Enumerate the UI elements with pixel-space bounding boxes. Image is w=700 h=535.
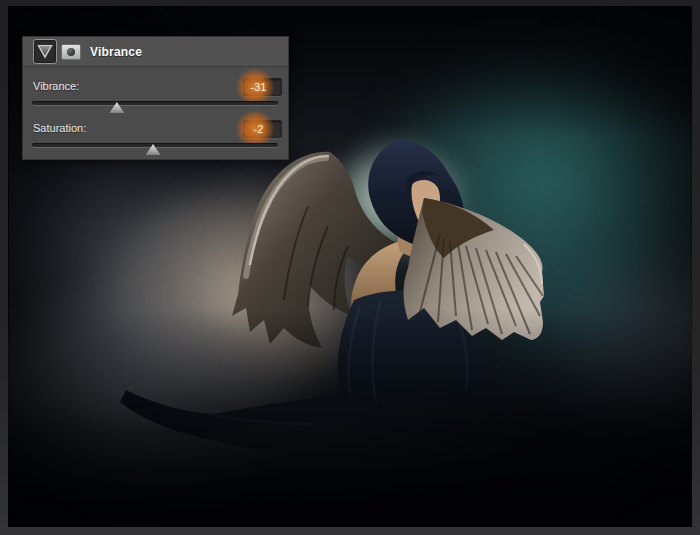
adjustment-layer-button[interactable] — [61, 44, 81, 60]
saturation-label: Saturation: — [33, 122, 86, 134]
vibrance-panel: Vibrance Vibrance: -31 Saturation: -2 — [22, 36, 289, 160]
vibrance-slider-thumb[interactable] — [109, 102, 124, 113]
panel-title: Vibrance — [90, 45, 142, 59]
vibrance-slider-track[interactable] — [32, 101, 278, 105]
triangle-down-icon — [37, 45, 53, 59]
saturation-slider-track[interactable] — [32, 143, 278, 147]
saturation-slider-thumb[interactable] — [146, 144, 161, 155]
vibrance-value-box[interactable]: -31 — [243, 78, 282, 96]
vibrance-label: Vibrance: — [33, 80, 79, 92]
panel-header: Vibrance — [23, 37, 288, 67]
screenshot-root: Vibrance Vibrance: -31 Saturation: -2 — [0, 0, 700, 535]
collapse-triangle-button[interactable] — [33, 39, 57, 64]
saturation-value: -2 — [244, 123, 273, 135]
saturation-row: Saturation: -2 — [32, 120, 282, 156]
saturation-value-box[interactable]: -2 — [243, 120, 282, 138]
dot-icon — [67, 48, 75, 56]
vibrance-value: -31 — [244, 81, 273, 93]
vibrance-row: Vibrance: -31 — [32, 78, 282, 114]
